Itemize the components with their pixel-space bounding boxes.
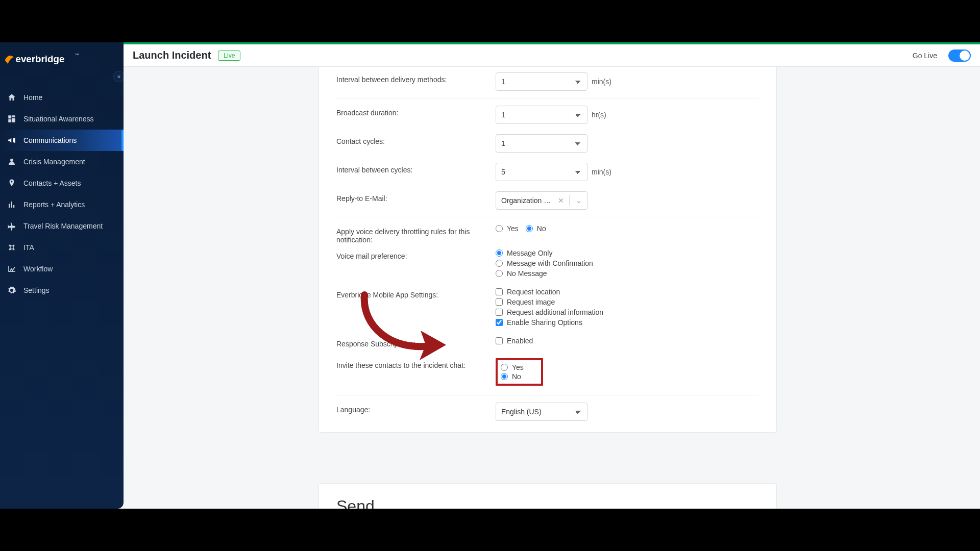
sidebar-item-crisis-management[interactable]: Crisis Management <box>0 151 124 172</box>
row-broadcast-duration: Broadcast duration: 1 hr(s) <box>319 101 776 129</box>
sidebar-item-label: Settings <box>23 286 50 294</box>
everbridge-logo-icon: everbridge ™ <box>4 52 81 67</box>
sidebar-item-label: Reports + Analytics <box>23 201 85 209</box>
go-live-toggle[interactable] <box>948 49 971 62</box>
live-badge: Live <box>218 51 240 61</box>
row-contact-cycles: Contact cycles: 1 <box>319 129 776 158</box>
row-voicemail: Voice mail preference: Message Only Mess… <box>319 249 776 283</box>
content-scroll: Interval between delivery methods: 1 min… <box>124 67 980 509</box>
row-interval-methods: Interval between delivery methods: 1 min… <box>319 67 776 96</box>
home-icon <box>7 93 16 102</box>
annotation-highlight-box: Yes No <box>496 358 543 386</box>
unit-min: min(s) <box>592 168 611 176</box>
select-contact-cycles[interactable]: 1 <box>496 134 587 153</box>
label-language: Language: <box>336 403 483 414</box>
sidebar-collapse-button[interactable]: « <box>113 71 125 82</box>
row-response-subscriptions: Response Subscriptions: Enabled <box>319 332 776 353</box>
radio-voicemail-no-message[interactable]: No Message <box>496 269 593 278</box>
sidebar-item-label: Home <box>23 93 42 102</box>
check-request-additional-info[interactable]: Request additional information <box>496 308 603 316</box>
line-chart-icon <box>7 264 16 273</box>
row-interval-cycles: Interval between cycles: 5 min(s) <box>319 158 776 186</box>
brand-logo: everbridge ™ <box>0 42 124 79</box>
unit-min: min(s) <box>592 78 611 86</box>
pin-icon <box>7 179 16 188</box>
select-language[interactable]: English (US) <box>496 403 587 421</box>
row-language: Language: English (US) <box>319 397 776 426</box>
label-throttling: Apply voice delivery throttling rules fo… <box>336 224 483 244</box>
row-reply-to: Reply-to E-Mail: Organization … ✕ ⌄ <box>319 186 776 215</box>
go-live-label: Go Live <box>913 52 937 60</box>
dashboard-icon <box>7 114 16 123</box>
sidebar: everbridge ™ « Home Situational Awarenes… <box>0 42 124 509</box>
sidebar-item-home[interactable]: Home <box>0 87 124 108</box>
plane-icon <box>7 221 16 231</box>
sidebar-item-communications[interactable]: Communications <box>0 130 124 151</box>
main-panel: Launch Incident Live Go Live Interval be… <box>124 42 980 509</box>
svg-text:™: ™ <box>75 53 79 57</box>
check-request-image[interactable]: Request image <box>496 298 603 306</box>
row-incident-chat: Invite these contacts to the incident ch… <box>319 353 776 393</box>
select-reply-to[interactable]: Organization … ✕ ⌄ <box>496 191 587 210</box>
label-contact-cycles: Contact cycles: <box>336 134 483 145</box>
label-incident-chat: Invite these contacts to the incident ch… <box>336 358 483 369</box>
unit-hr: hr(s) <box>592 111 606 119</box>
select-interval-methods[interactable]: 1 <box>496 72 587 91</box>
select-interval-cycles[interactable]: 5 <box>496 163 587 181</box>
sidebar-item-label: ITA <box>23 243 34 252</box>
page-title: Launch Incident <box>133 49 211 61</box>
settings-card: Interval between delivery methods: 1 min… <box>318 67 777 433</box>
label-interval-cycles: Interval between cycles: <box>336 163 483 174</box>
app-root: everbridge ™ « Home Situational Awarenes… <box>0 42 980 509</box>
check-enable-sharing[interactable]: Enable Sharing Options <box>496 318 603 327</box>
sidebar-item-label: Travel Risk Management <box>23 222 103 230</box>
label-voicemail: Voice mail preference: <box>336 249 483 260</box>
label-mobile-app: Everbridge Mobile App Settings: <box>336 288 483 299</box>
check-request-location[interactable]: Request location <box>496 288 603 296</box>
label-interval-methods: Interval between delivery methods: <box>336 72 483 84</box>
network-icon <box>7 243 16 252</box>
sidebar-item-label: Communications <box>23 136 77 144</box>
row-throttling: Apply voice delivery throttling rules fo… <box>319 219 776 249</box>
sidebar-item-ita[interactable]: ITA <box>0 237 124 258</box>
sidebar-item-label: Situational Awareness <box>23 115 94 123</box>
radio-voicemail-message-confirmation[interactable]: Message with Confirmation <box>496 259 593 267</box>
megaphone-icon <box>7 136 16 145</box>
people-icon <box>7 157 16 166</box>
label-broadcast-duration: Broadcast duration: <box>336 106 483 117</box>
topbar: Launch Incident Live Go Live <box>124 42 980 67</box>
sidebar-item-label: Crisis Management <box>23 158 85 166</box>
sidebar-item-travel-risk[interactable]: Travel Risk Management <box>0 215 124 237</box>
radio-throttling-yes[interactable]: Yes <box>496 224 519 233</box>
clear-icon[interactable]: ✕ <box>556 196 566 205</box>
radio-voicemail-message-only[interactable]: Message Only <box>496 249 593 257</box>
bar-chart-icon <box>7 200 16 209</box>
sidebar-item-reports-analytics[interactable]: Reports + Analytics <box>0 194 124 215</box>
sidebar-item-workflow[interactable]: Workflow <box>0 258 124 280</box>
svg-text:everbridge: everbridge <box>16 54 65 64</box>
select-broadcast-duration[interactable]: 1 <box>496 106 587 124</box>
radio-chat-no[interactable]: No <box>501 372 524 381</box>
radio-chat-yes[interactable]: Yes <box>501 363 524 371</box>
send-title: Send <box>336 497 759 509</box>
sidebar-item-label: Contacts + Assets <box>23 179 81 187</box>
sidebar-item-situational-awareness[interactable]: Situational Awareness <box>0 108 124 130</box>
reply-to-value: Organization … <box>501 196 553 205</box>
radio-throttling-no[interactable]: No <box>526 224 546 233</box>
label-reply-to: Reply-to E-Mail: <box>336 191 483 203</box>
sidebar-item-settings[interactable]: Settings <box>0 280 124 301</box>
check-subscriptions-enabled[interactable]: Enabled <box>496 337 533 345</box>
label-response-subscriptions: Response Subscriptions: <box>336 337 483 348</box>
sidebar-item-contacts-assets[interactable]: Contacts + Assets <box>0 172 124 194</box>
sidebar-item-label: Workflow <box>23 265 53 273</box>
sidebar-nav: Home Situational Awareness Communication… <box>0 87 124 301</box>
gear-icon <box>7 286 16 295</box>
row-mobile-app: Everbridge Mobile App Settings: Request … <box>319 283 776 332</box>
send-card: Send Send: Now Schedule <box>318 483 777 509</box>
chevron-down-icon[interactable]: ⌄ <box>573 196 583 205</box>
